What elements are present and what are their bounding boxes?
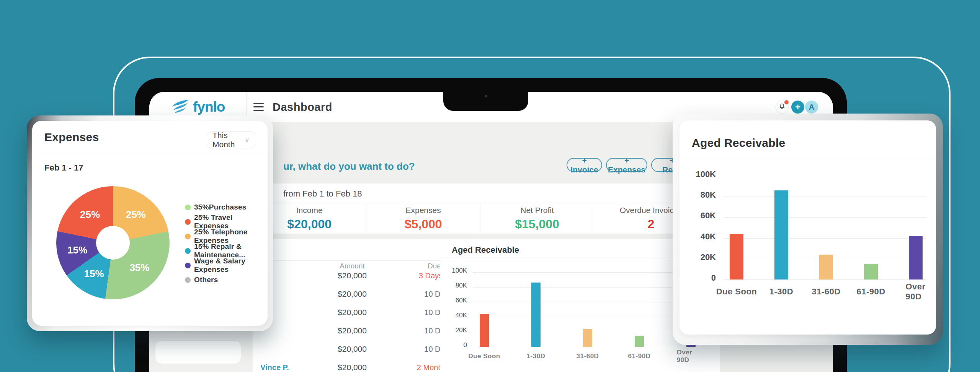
date-range-label: Feb 1 - 17	[44, 163, 83, 173]
legend-item: 25% Telephone Expenses	[185, 232, 268, 241]
hero-canvas: fynlo Dashboard + A ur, what do you wa	[0, 0, 980, 372]
gridline	[724, 176, 926, 176]
aged-receivable-floating-card-frame: Aged Receivable 100K80K60K40K20K0Due Soo…	[673, 114, 943, 345]
fynlo-wave-icon	[172, 99, 189, 115]
amount-cell: $20,000	[338, 308, 367, 317]
slice-label: 15%	[84, 268, 104, 280]
y-axis-tick: 80K	[456, 282, 467, 289]
expenses-floating-card-frame: Expenses This Month ∨ Feb 1 - 17 25%35%1…	[27, 115, 273, 331]
y-axis-tick: 60K	[456, 297, 467, 304]
stat-value: $5,000	[405, 217, 442, 231]
y-axis-tick: 0	[464, 341, 467, 349]
page-title: Dashboard	[273, 101, 332, 114]
stat-label: Net Profit	[520, 206, 554, 215]
legend-item: Others	[185, 275, 268, 284]
camera-dot-icon	[485, 95, 487, 97]
add-invoice-button[interactable]: + Invoice	[567, 158, 602, 172]
y-axis-tick: 20K	[701, 252, 716, 262]
legend-label: Others	[194, 276, 218, 284]
legend-label: Wage & Salary Expenses	[194, 257, 268, 274]
x-axis-label: 61-90D	[856, 287, 885, 297]
aged-receivable-floating-card: Aged Receivable 100K80K60K40K20K0Due Soo…	[679, 120, 936, 335]
gridline	[724, 238, 926, 239]
slice-label: 15%	[67, 244, 87, 256]
y-axis-tick: 40K	[456, 312, 467, 319]
legend-dot-icon	[185, 234, 191, 239]
bar-61-90d	[864, 264, 878, 279]
add-expenses-button[interactable]: + Expenses	[606, 158, 647, 172]
customer-link[interactable]: Vince P.	[260, 363, 289, 372]
fynlo-logo[interactable]: fynlo	[172, 99, 225, 115]
notification-badge	[784, 100, 789, 104]
divider	[32, 155, 268, 155]
x-axis-label: Over 90D	[906, 282, 926, 302]
amount-cell: $20,000	[338, 344, 367, 354]
legend-dot-icon	[185, 219, 191, 225]
legend-item: Wage & Salary Expenses	[185, 261, 268, 270]
legend-dot-icon	[185, 205, 191, 210]
card-title: Expenses	[44, 131, 99, 144]
x-axis-label: Over 90D	[677, 349, 706, 364]
y-axis-tick: 0	[711, 273, 716, 283]
bar-due-soon	[480, 314, 489, 347]
gridline	[473, 347, 714, 347]
bar-61-90d	[635, 336, 644, 347]
stat-value: $20,000	[287, 217, 332, 231]
legend-item: 15% Repair & Maintenance...	[185, 246, 268, 255]
notifications-button[interactable]	[776, 101, 789, 114]
stat-value: $15,000	[515, 217, 559, 231]
x-axis-label: 1-30D	[527, 353, 546, 360]
logo-text: fynlo	[193, 99, 225, 115]
amount-cell: $20,000	[338, 289, 367, 299]
bar-31-60d	[583, 329, 592, 347]
hamburger-menu-icon[interactable]	[253, 103, 264, 111]
legend-item: 25% Travel Expenses	[185, 217, 268, 226]
y-axis-tick: 40K	[701, 232, 716, 242]
period-label: from Feb 1 to Feb 18	[283, 189, 362, 199]
amount-cell: $20,000	[338, 271, 367, 280]
expenses-period-select[interactable]: This Month ∨	[207, 132, 255, 148]
y-axis-tick: 100K	[696, 169, 716, 179]
amount-cell: $20,000	[338, 363, 367, 372]
y-axis-tick: 80K	[701, 190, 716, 200]
x-axis-label: 31-60D	[577, 353, 599, 360]
x-axis-label: 61-90D	[628, 353, 651, 360]
x-axis-label: Due Soon	[468, 353, 500, 360]
stat: Net Profit$15,000	[480, 203, 594, 234]
bar-31-60d	[819, 255, 833, 279]
x-axis-label: Due Soon	[716, 287, 757, 297]
legend-dot-icon	[185, 248, 191, 254]
y-axis-tick: 60K	[701, 211, 716, 221]
bar-due-soon	[730, 234, 743, 279]
x-axis-label: 31-60D	[812, 287, 840, 297]
gridline	[724, 217, 926, 218]
bar-1-30d	[531, 283, 541, 347]
bar-1-30d	[774, 190, 788, 279]
avatar[interactable]: A	[805, 101, 818, 114]
legend-dot-icon	[185, 277, 191, 283]
slice-label: 25%	[80, 209, 100, 221]
x-axis-label: 1-30D	[769, 287, 793, 297]
gridline	[724, 197, 926, 197]
gridline	[724, 279, 926, 280]
amount-cell: $20,000	[338, 326, 367, 335]
expenses-donut-chart: 25%35%15%15%25%	[56, 186, 170, 299]
slice-label: 25%	[126, 209, 146, 221]
stat-label: Expenses	[405, 206, 441, 215]
expenses-period-value: This Month	[212, 131, 245, 149]
y-axis-tick: 20K	[456, 327, 467, 334]
y-axis-tick: 100K	[452, 267, 467, 275]
bar-over-90d	[909, 236, 923, 279]
camera-notch	[443, 78, 528, 111]
partial-panel	[155, 340, 241, 364]
greeting-text: ur, what do you want to do?	[283, 161, 415, 172]
stat-value: 2	[648, 217, 655, 231]
legend-item: 35%Purchases	[185, 203, 268, 212]
slice-label: 35%	[129, 262, 149, 273]
expenses-legend: 35%Purchases25% Travel Expenses25% Telep…	[185, 203, 268, 284]
quick-add-button[interactable]: +	[791, 101, 804, 114]
stat: Expenses$5,000	[366, 203, 480, 234]
stat-label: Income	[296, 206, 323, 215]
legend-label: 35%Purchases	[194, 203, 247, 211]
legend-dot-icon	[185, 263, 191, 268]
